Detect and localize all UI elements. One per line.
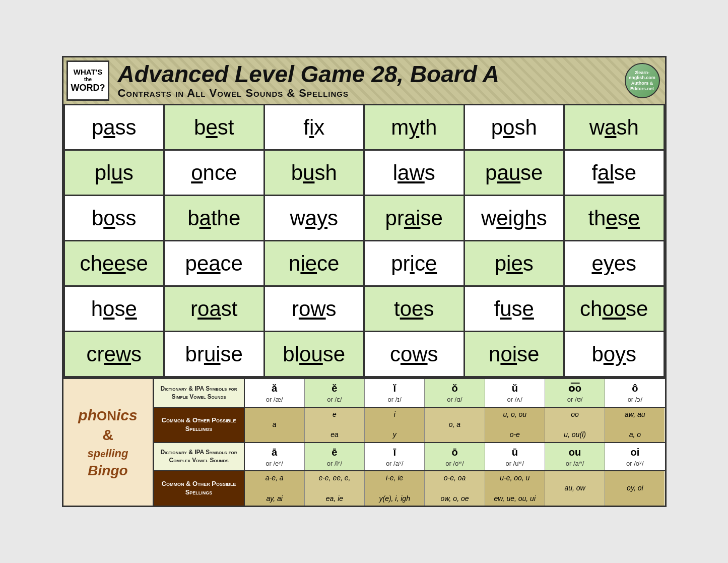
word-cell: pies xyxy=(465,241,565,287)
word-cell: bush xyxy=(265,151,365,196)
simple-symbol-cells: ăor /æ/ĕor /ɛ/ĭor /ɪ/ŏor /ɑ/ŭor /ʌ/o͞oor… xyxy=(245,379,665,406)
word-cell: niece xyxy=(265,241,365,287)
header-title-area: Advanced Level Game 28, Board A Contrast… xyxy=(112,57,619,104)
phonics-symbol-cell: ēor /iʸ/ xyxy=(305,443,365,470)
board-container: WHAT'S the WORD? Advanced Level Game 28,… xyxy=(62,56,667,507)
phonics-spelling-cell: u, o, ouo-e xyxy=(485,408,545,442)
word-cell: these xyxy=(565,196,665,241)
complex-label: Dictionary & IPA Symbols for Complex Vow… xyxy=(154,443,245,470)
main-title: Advanced Level Game 28, Board A xyxy=(117,61,614,87)
word-cell: peace xyxy=(165,241,265,287)
simple-spelling-cells: aeeaiyo, au, o, ouo-eoou, ou(l)aw, aua, … xyxy=(245,408,665,442)
header: WHAT'S the WORD? Advanced Level Game 28,… xyxy=(63,57,665,106)
phonics-symbol-cell: āor /eʸ/ xyxy=(245,443,305,470)
phonics-spelling-cell: o-e, oaow, o, oe xyxy=(425,471,485,506)
phonics-symbol-cell: ĕor /ɛ/ xyxy=(305,379,365,406)
phonics-symbol-cell: ōor /oʷ/ xyxy=(425,443,485,470)
word-cell: cows xyxy=(365,332,465,378)
word-cell: fix xyxy=(265,105,365,151)
phonics-symbol-cell: o͞oor /ʊ/ xyxy=(545,379,605,406)
word-cell: ways xyxy=(265,196,365,241)
whats-text: WHAT'S xyxy=(71,68,105,77)
word-cell: once xyxy=(165,151,265,196)
phonics-symbol-cell: ôor /ɔ/ xyxy=(605,379,665,406)
word-cell: best xyxy=(165,105,265,151)
complex-spelling-cells: a-e, aay, aie-e, ee, e,ea, iei-e, iey(e)… xyxy=(245,471,665,506)
word-grid: passbestfixmythposhwashplusoncebushlawsp… xyxy=(63,105,665,378)
phonics-spelling-cell: oou, ou(l) xyxy=(545,408,605,442)
phonics-section: phONics & spelling Bingo Dictionary & IP… xyxy=(63,378,665,506)
logo-text: 2learn-english.comAuthors &Editors.net xyxy=(626,70,659,92)
word-cell: blouse xyxy=(265,332,365,378)
phonics-spelling-cell: o, a xyxy=(425,408,485,442)
word-cell: boss xyxy=(65,196,165,241)
word-cell: fuse xyxy=(465,287,565,332)
phonics-symbol-cell: ŭor /ʌ/ xyxy=(485,379,545,406)
word-cell: toes xyxy=(365,287,465,332)
word-cell: choose xyxy=(565,287,665,332)
phonics-symbol-cell: ăor /æ/ xyxy=(245,379,305,406)
word-cell: rows xyxy=(265,287,365,332)
phonics-spelling-cell: e-e, ee, e,ea, ie xyxy=(305,471,365,506)
the-text: the xyxy=(71,77,105,83)
phonics-logo: phONics & spelling Bingo xyxy=(63,379,154,506)
phonics-spelling-cell: oy, oi xyxy=(605,471,665,506)
phonics-spelling-cell: eea xyxy=(305,408,365,442)
phonics-spelling-cell: u-e, oo, uew, ue, ou, ui xyxy=(485,471,545,506)
simple-spellings-row: Common & Other Possible Spellings aeeaiy… xyxy=(154,408,665,443)
header-logo: 2learn-english.comAuthors &Editors.net xyxy=(620,57,665,104)
phonics-spelling-cell: iy xyxy=(365,408,425,442)
word-cell: wash xyxy=(565,105,665,151)
word-cell: bathe xyxy=(165,196,265,241)
phonics-spelling-cell: a-e, aay, ai xyxy=(245,471,305,506)
word-text: WORD? xyxy=(71,83,105,94)
word-cell: roast xyxy=(165,287,265,332)
whats-the-word-logo: WHAT'S the WORD? xyxy=(67,60,110,101)
word-cell: plus xyxy=(65,151,165,196)
word-cell: eyes xyxy=(565,241,665,287)
word-cell: weighs xyxy=(465,196,565,241)
simple-symbols-row: Dictionary & IPA Symbols for Simple Vowe… xyxy=(154,379,665,407)
phonics-tables: Dictionary & IPA Symbols for Simple Vowe… xyxy=(154,379,665,506)
word-cell: bruise xyxy=(165,332,265,378)
word-cell: praise xyxy=(365,196,465,241)
complex-spellings-row: Common & Other Possible Spellings a-e, a… xyxy=(154,471,665,506)
phonics-logo-text: phONics & spelling Bingo xyxy=(78,405,137,480)
word-cell: false xyxy=(565,151,665,196)
phonics-spelling-cell: aw, aua, o xyxy=(605,408,665,442)
phonics-spelling-cell: au, ow xyxy=(545,471,605,506)
phonics-symbol-cell: ouor /aʷ/ xyxy=(545,443,605,470)
word-cell: noise xyxy=(465,332,565,378)
phonics-symbol-cell: īor /aʸ/ xyxy=(365,443,425,470)
word-cell: boys xyxy=(565,332,665,378)
phonics-spelling-cell: a xyxy=(245,408,305,442)
phonics-symbol-cell: ūor /uʷ/ xyxy=(485,443,545,470)
subtitle: Contrasts in All Vowel Sounds & Spelling… xyxy=(117,87,614,100)
word-cell: myth xyxy=(365,105,465,151)
word-cell: cheese xyxy=(65,241,165,287)
complex-symbol-cells: āor /eʸ/ēor /iʸ/īor /aʸ/ōor /oʷ/ūor /uʷ/… xyxy=(245,443,665,470)
complex-symbols-row: Dictionary & IPA Symbols for Complex Vow… xyxy=(154,443,665,471)
logo-circle: 2learn-english.comAuthors &Editors.net xyxy=(625,63,660,98)
word-cell: pause xyxy=(465,151,565,196)
word-cell: crews xyxy=(65,332,165,378)
complex-spellings-label: Common & Other Possible Spellings xyxy=(154,471,245,506)
phonics-symbol-cell: ĭor /ɪ/ xyxy=(365,379,425,406)
word-cell: posh xyxy=(465,105,565,151)
phonics-symbol-cell: oior /oʸ/ xyxy=(605,443,665,470)
phonics-symbol-cell: ŏor /ɑ/ xyxy=(425,379,485,406)
phonics-spelling-cell: i-e, iey(e), i, igh xyxy=(365,471,425,506)
word-cell: laws xyxy=(365,151,465,196)
word-cell: hose xyxy=(65,287,165,332)
word-cell: price xyxy=(365,241,465,287)
simple-label: Dictionary & IPA Symbols for Simple Vowe… xyxy=(154,379,245,406)
word-cell: pass xyxy=(65,105,165,151)
simple-spellings-label: Common & Other Possible Spellings xyxy=(154,408,245,442)
